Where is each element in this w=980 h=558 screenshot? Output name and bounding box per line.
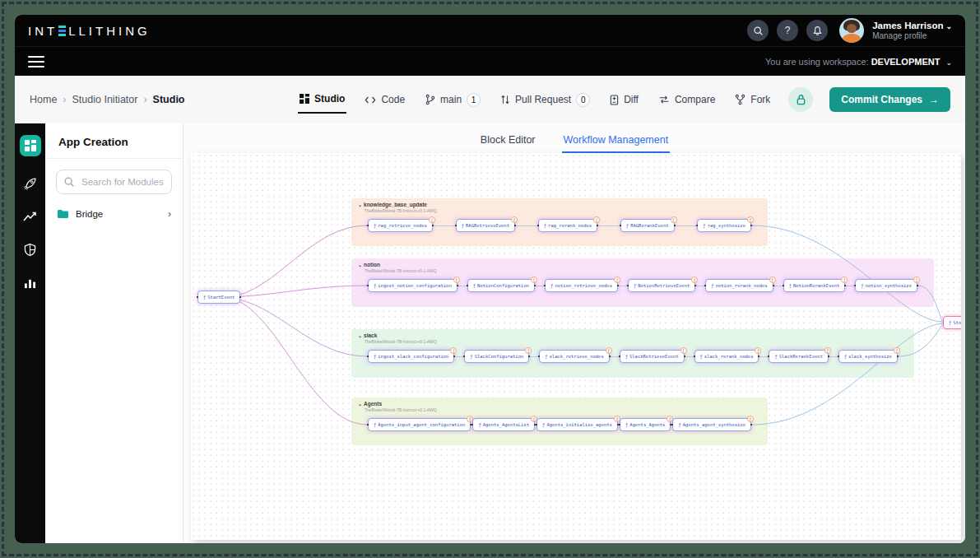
workflow-node[interactable]: ƒNotionRetrieveEventƒ [628, 279, 695, 292]
workflow-node[interactable]: ƒSlackRetrieveEventƒ [620, 350, 685, 363]
menu-icon[interactable] [28, 53, 44, 71]
workflow-node[interactable]: ƒrag_rerank_nodesƒ [538, 219, 597, 232]
lock-icon[interactable] [788, 87, 813, 112]
workflow-node[interactable]: ƒRAGRerankEventƒ [620, 219, 675, 232]
compare-icon [658, 95, 670, 105]
folder-icon [57, 209, 69, 219]
node-label: SlackRerankEvent [779, 354, 823, 359]
tab-compare[interactable]: Compare [657, 86, 717, 113]
workflow-node[interactable]: ƒslack_synthesizeƒ [838, 350, 898, 363]
workflow-node[interactable]: ƒingest_notion_configurationƒ [368, 279, 457, 292]
group-model-subtitle: TheBloke/Mistral-7B-Instruct-v0.1-AWQ [365, 268, 437, 273]
tab-pull-request[interactable]: Pull Request 0 [499, 86, 592, 114]
workflow-node[interactable]: ƒingest_slack_configurationƒ [368, 350, 454, 363]
grid-icon [300, 94, 309, 104]
main-area: Block Editor Workflow Management [183, 123, 965, 543]
workflow-group-slack[interactable]: ⌄slackTheBloke/Mistral-7B-Instruct-v0.1-… [351, 329, 914, 378]
logo-prefix: INT [28, 24, 58, 38]
workflow-node[interactable]: ƒAgents_input_agent_configurationƒ [368, 418, 471, 431]
workspace-prefix: You are using workspace: [765, 57, 869, 67]
tab-block-editor[interactable]: Block Editor [479, 128, 537, 153]
sidebar-item-reports[interactable] [24, 277, 36, 289]
group-name: slack [364, 332, 377, 338]
tab-code[interactable]: Code [363, 86, 406, 113]
node-label: notion_rerank_nodes [716, 283, 768, 288]
shield-icon [24, 243, 36, 257]
workflow-node[interactable]: ƒRAGRetrieveEventƒ [456, 219, 515, 232]
function-icon: ƒ [374, 223, 376, 228]
function-icon: ƒ [550, 283, 553, 288]
function-icon: ƒ [473, 283, 476, 288]
user-name: James Harrison [872, 21, 943, 30]
pr-count-badge: 0 [576, 93, 590, 107]
node-label: Agents_Agents [629, 422, 665, 427]
workflow-node[interactable]: ƒSlackRerankEventƒ [769, 350, 828, 363]
group-model-subtitle: TheBloke/Mistral-7B-Instruct-v0.1-AWQ [365, 339, 437, 344]
workflow-node[interactable]: ƒnotion_retrieve_nodesƒ [545, 279, 618, 292]
commit-changes-button[interactable]: Commit Changes → [829, 87, 950, 112]
user-menu[interactable]: James Harrison⌄ Manage profile [872, 20, 952, 42]
workspace-selector[interactable]: You are using workspace: DEVELOPMENT ⌄ [765, 57, 952, 67]
workflow-group-knowledge_base_update[interactable]: ⌄knowledge_base_updateTheBloke/Mistral-7… [351, 198, 768, 246]
tab-studio[interactable]: Studio [298, 86, 346, 114]
sidebar-item-security[interactable] [24, 243, 36, 257]
help-icon[interactable]: ? [777, 20, 798, 41]
avatar[interactable] [839, 18, 864, 43]
module-item-bridge[interactable]: Bridge › [45, 201, 183, 227]
breadcrumb-studio-initiator[interactable]: Studio Initiator [72, 94, 138, 105]
workspace-bar: You are using workspace: DEVELOPMENT ⌄ [15, 46, 965, 76]
group-model-subtitle: TheBloke/Mistral-7B-Instruct-v0.1-AWQ [365, 208, 437, 213]
tab-branch-main[interactable]: main 1 [423, 86, 482, 114]
workflow-node[interactable]: ƒrag_synthesizeƒ [697, 219, 751, 232]
workflow-node[interactable]: ƒnotion_synthesizeƒ [855, 279, 917, 292]
workflow-node[interactable]: ƒAgents_AgentsListƒ [472, 418, 535, 431]
breadcrumb: Home › Studio Initiator › Studio [30, 94, 185, 105]
notifications-icon[interactable] [806, 20, 828, 41]
node-label: rag_retrieve_nodes [378, 223, 427, 228]
function-icon: ƒ [542, 422, 545, 427]
manage-profile-link[interactable]: Manage profile [872, 31, 952, 42]
function-icon: ƒ [678, 422, 680, 427]
tab-fork[interactable]: Fork [733, 86, 772, 113]
node-label: SlackConfiguration [475, 354, 524, 359]
node-badge-icon: ƒ [525, 347, 532, 354]
workflow-node[interactable]: ƒSlackConfigurationƒ [464, 350, 529, 363]
workflow-node[interactable]: ƒAgents_Agentsƒ [620, 418, 671, 431]
workflow-node-start[interactable]: ƒStartEvent [197, 291, 240, 304]
workflow-node[interactable]: ƒslack_retrieve_nodesƒ [539, 350, 610, 363]
node-label: NotionConfiguration [477, 283, 529, 288]
sidebar-item-deploy[interactable] [23, 177, 37, 191]
workflow-node[interactable]: ƒNotionConfigurationƒ [467, 279, 535, 292]
workflow-node-stop[interactable]: ƒStopEvent [943, 316, 961, 329]
workflow-node[interactable]: ƒnotion_rerank_nodesƒ [705, 279, 773, 292]
search-icon[interactable] [747, 20, 769, 41]
logo-suffix: LLITHING [68, 24, 151, 38]
workflow-node[interactable]: ƒrag_retrieve_nodesƒ [368, 219, 433, 232]
node-badge-icon: ƒ [747, 216, 754, 223]
node-label: SlackRetrieveEvent [629, 354, 679, 359]
function-icon: ƒ [626, 223, 629, 228]
chevron-right-icon: › [168, 208, 171, 220]
tab-diff[interactable]: Diff [608, 86, 640, 113]
workflow-node[interactable]: ƒslack_rerank_nodesƒ [694, 350, 759, 363]
workflow-group-notion[interactable]: ⌄notionTheBloke/Mistral-7B-Instruct-v0.1… [351, 258, 934, 307]
node-label: rag_rerank_nodes [548, 223, 592, 228]
sidebar-item-app-creation[interactable] [20, 135, 41, 156]
function-icon: ƒ [949, 320, 951, 325]
breadcrumb-home[interactable]: Home [30, 94, 57, 105]
chevron-down-icon: ⌄ [358, 263, 362, 267]
sidebar-item-analytics[interactable] [23, 212, 37, 222]
workflow-node[interactable]: ƒNotionRerankEventƒ [783, 279, 846, 292]
diff-icon [610, 95, 619, 105]
workflow-node[interactable]: ƒAgents_agent_synthesizeƒ [672, 418, 750, 431]
function-icon: ƒ [470, 354, 472, 359]
node-badge-icon: ƒ [841, 277, 848, 283]
function-icon: ƒ [374, 283, 376, 288]
workflow-group-Agents[interactable]: ⌄AgentsTheBloke/Mistral-7B-Instruct-v0.1… [351, 398, 768, 445]
tab-workflow-management[interactable]: Workflow Management [562, 128, 671, 153]
workflow-node[interactable]: ƒAgents_initialise_agentsƒ [536, 418, 618, 431]
node-badge-icon: ƒ [453, 277, 460, 283]
function-icon: ƒ [462, 223, 464, 228]
node-label: NotionRerankEvent [793, 283, 839, 288]
workflow-canvas[interactable]: ƒStartEvent ƒStopEvent ⌄knowledge_base_u… [191, 153, 961, 540]
